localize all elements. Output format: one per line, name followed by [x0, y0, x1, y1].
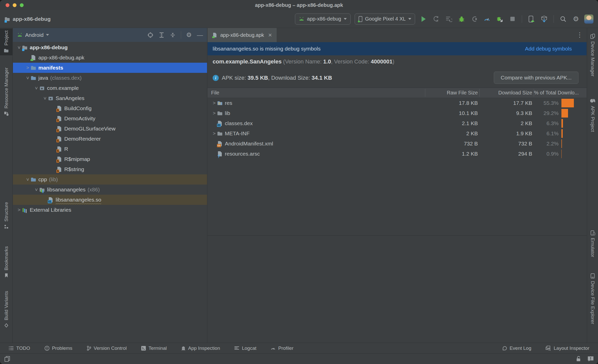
tool-button-app-inspection[interactable]: App Inspection — [181, 345, 220, 351]
profile-low-overhead-button[interactable] — [495, 15, 504, 23]
attach-debugger-button[interactable] — [470, 15, 479, 23]
tree-row-highlighted[interactable]: 01 libsananangeles.so — [13, 195, 207, 205]
close-tab-icon[interactable]: ✕ — [268, 32, 272, 38]
device-manager-button[interactable] — [527, 15, 536, 23]
run-configuration-select[interactable]: app-x86-debug — [295, 13, 351, 25]
sidebar-item-structure[interactable]: Structure — [0, 200, 12, 231]
tree-row[interactable]: S DemoGLSurfaceView — [13, 124, 207, 134]
tool-button-profiler[interactable]: Profiler — [271, 345, 293, 351]
tab-apk-analyzer[interactable]: app-x86-debug.apk ✕ — [208, 28, 277, 42]
tree-row-selected[interactable]: manifests — [13, 63, 207, 73]
column-header-file[interactable]: File — [211, 90, 219, 96]
tree-row[interactable]: com.example — [13, 83, 207, 93]
sidebar-item-project[interactable]: Project — [0, 28, 12, 55]
project-tree: app-x86-debug app-x86-debug.apk manifest… — [13, 42, 207, 215]
debug-button[interactable] — [457, 15, 466, 23]
tree-row[interactable]: S DemoActivity — [13, 113, 207, 124]
panel-settings-gear-icon[interactable]: ⚙ — [186, 31, 192, 39]
collapse-all-button[interactable] — [170, 32, 176, 38]
tree-row[interactable]: libsananangeles (x86) — [13, 185, 207, 195]
tree-row[interactable]: S BuildConfig — [13, 103, 207, 113]
window-title: app-x86-debug – app-x86-debug.apk — [255, 2, 343, 8]
sidebar-item-apk-project[interactable]: APK Project — [587, 96, 598, 134]
tool-window-switcher-icon[interactable] — [4, 356, 11, 362]
chevron-collapsed-icon[interactable] — [25, 65, 31, 71]
notification-bubble-icon[interactable] — [587, 356, 594, 362]
expand-all-button[interactable] — [159, 32, 165, 38]
chevron-expanded-icon[interactable] — [25, 176, 30, 183]
sidebar-item-build-variants[interactable]: Build Variants — [0, 289, 12, 330]
chevron-expanded-icon[interactable] — [16, 44, 22, 51]
tree-row-highlighted[interactable]: cpp (lib) — [13, 174, 207, 185]
column-header-percent[interactable]: % of Total Downlo... — [534, 90, 579, 96]
chevron-expanded-icon[interactable] — [42, 95, 48, 101]
tool-button-terminal[interactable]: Terminal — [141, 345, 167, 351]
apply-changes-button[interactable]: A — [432, 15, 440, 23]
tree-row[interactable]: app-x86-debug — [13, 42, 207, 53]
table-row[interactable]: 01 classes.dex 2.1 KB 2 KB 6.3% — [208, 118, 587, 128]
run-configuration-value: app-x86-debug — [307, 16, 341, 22]
tree-row[interactable]: S R$string — [13, 164, 207, 174]
chevron-collapsed-icon[interactable] — [16, 207, 22, 213]
hide-panel-icon[interactable]: — — [197, 31, 203, 39]
stop-button[interactable] — [508, 15, 517, 23]
tool-button-version-control[interactable]: Version Control — [87, 345, 127, 351]
run-button[interactable] — [419, 15, 428, 23]
chevron-collapsed-icon[interactable] — [211, 100, 217, 106]
sdk-manager-button[interactable] — [540, 15, 548, 23]
write-access-lock-icon[interactable] — [576, 356, 581, 362]
sidebar-item-resource-manager[interactable]: Resource Manager — [0, 65, 12, 119]
tree-row[interactable]: SanAngeles — [13, 93, 207, 103]
add-debug-symbols-link[interactable]: Add debug symbols — [525, 46, 572, 52]
column-header-raw-size[interactable]: Raw File Size — [447, 90, 478, 96]
device-select[interactable]: Google Pixel 4 XL — [355, 13, 415, 25]
tool-button-problems[interactable]: Problems — [44, 345, 72, 351]
project-view-selector[interactable]: Android — [25, 32, 43, 38]
project-breadcrumb[interactable]: app-x86-debug — [5, 16, 51, 22]
class-file-icon: S — [57, 116, 62, 121]
tool-button-logcat[interactable]: Logcat — [234, 345, 256, 351]
left-tool-stripe: Project Resource Manager Structure Bookm… — [0, 28, 13, 343]
table-row[interactable]: ? resources.arsc 1.2 KB 294 B 0.9% — [208, 149, 587, 159]
event-log-icon — [502, 346, 507, 351]
tree-row[interactable]: java (classes.dex) — [13, 73, 207, 83]
sidebar-item-bookmarks[interactable]: Bookmarks — [0, 244, 12, 280]
locate-file-button[interactable] — [147, 32, 153, 38]
res-folder-icon — [217, 100, 223, 106]
chevron-collapsed-icon[interactable] — [211, 110, 217, 116]
chevron-expanded-icon[interactable] — [25, 75, 30, 81]
apply-code-changes-button[interactable] — [445, 15, 453, 23]
tree-row[interactable]: External Libraries — [13, 205, 207, 215]
tool-button-todo[interactable]: TODO — [9, 345, 30, 351]
tool-button-event-log[interactable]: Event Log — [502, 345, 531, 351]
sidebar-item-device-file-explorer[interactable]: Device File Explorer — [587, 271, 598, 326]
tree-row[interactable]: S DemoRenderer — [13, 134, 207, 144]
user-avatar[interactable] — [584, 14, 593, 24]
chevron-collapsed-icon[interactable] — [211, 131, 217, 136]
chevron-expanded-icon[interactable] — [34, 187, 39, 193]
table-row[interactable]: res 17.8 KB 17.7 KB 55.3% — [208, 98, 587, 108]
tree-row[interactable]: S R — [13, 144, 207, 154]
search-everywhere-button[interactable] — [559, 15, 568, 23]
folder-icon — [4, 48, 9, 53]
editor-options-kebab-icon[interactable]: ⋮ — [576, 31, 583, 39]
chevron-down-icon[interactable] — [46, 34, 49, 36]
tree-row[interactable]: S R$mipmap — [13, 154, 207, 164]
profile-button[interactable] — [483, 15, 491, 23]
layout-inspector-icon — [546, 346, 551, 351]
tool-button-layout-inspector[interactable]: Layout Inspector — [546, 345, 589, 351]
table-row[interactable]: META-INF 2 KB 1.9 KB 6.1% — [208, 128, 587, 139]
chevron-expanded-icon[interactable] — [34, 85, 39, 91]
sidebar-item-emulator[interactable]: Emulator — [587, 228, 598, 259]
close-window-button[interactable] — [6, 3, 9, 7]
android-head-icon — [299, 17, 304, 21]
minimize-window-button[interactable] — [13, 3, 17, 7]
table-row[interactable]: lib 10.1 KB 9.3 KB 29.2% — [208, 108, 587, 118]
column-header-download-size[interactable]: Download Size — [498, 90, 532, 96]
tree-row[interactable]: app-x86-debug.apk — [13, 53, 207, 63]
table-row[interactable]: <> AndroidManifest.xml 732 B 732 B 2.2% — [208, 139, 587, 149]
settings-gear-icon[interactable]: ⚙ — [572, 15, 580, 23]
compare-apk-button[interactable]: Compare with previous APK... — [494, 72, 578, 84]
zoom-window-button[interactable] — [20, 3, 24, 7]
sidebar-item-device-manager[interactable]: Device Manager — [587, 31, 598, 78]
